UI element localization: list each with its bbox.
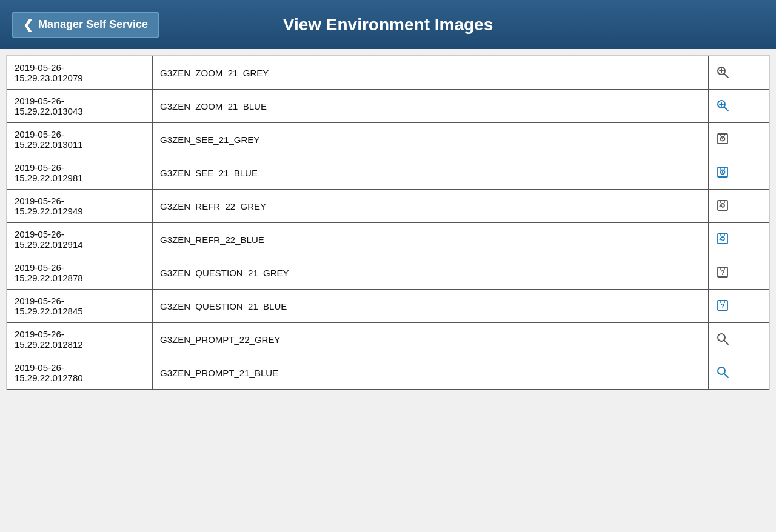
svg-point-15	[722, 171, 723, 172]
table-row: 2019-05-26- 15.29.22.013011G3ZEN_SEE_21_…	[7, 123, 769, 156]
date-cell: 2019-05-26- 15.29.22.012981	[7, 156, 153, 190]
date-cell: 2019-05-26- 15.29.22.012812	[7, 323, 153, 356]
image-name-cell: G3ZEN_REFR_22_GREY	[153, 190, 709, 223]
icon-cell[interactable]	[709, 323, 769, 356]
main-content: 2019-05-26- 15.29.23.012079G3ZEN_ZOOM_21…	[6, 55, 770, 390]
date-cell: 2019-05-26- 15.29.22.012914	[7, 223, 153, 256]
image-name-cell: G3ZEN_PROMPT_22_GREY	[153, 323, 709, 356]
svg-text:?: ?	[721, 269, 725, 276]
table-row: 2019-05-26- 15.29.23.012079G3ZEN_ZOOM_21…	[7, 56, 769, 90]
svg-line-33	[724, 341, 728, 344]
page-title: View Environment Images	[283, 15, 493, 35]
date-cell: 2019-05-26- 15.29.23.012079	[7, 56, 153, 90]
table-row: 2019-05-26- 15.29.22.012812G3ZEN_PROMPT_…	[7, 323, 769, 356]
image-name-cell: G3ZEN_ZOOM_21_GREY	[153, 56, 709, 90]
chevron-left-icon: ❮	[23, 18, 33, 32]
back-button[interactable]: ❮ Manager Self Service	[12, 12, 159, 38]
icon-cell[interactable]	[709, 90, 769, 123]
date-cell: 2019-05-26- 15.29.22.012780	[7, 356, 153, 390]
svg-point-32	[718, 334, 725, 341]
date-cell: 2019-05-26- 15.29.22.012878	[7, 256, 153, 290]
image-name-cell: G3ZEN_SEE_21_BLUE	[153, 156, 709, 190]
table-row: 2019-05-26- 15.29.22.012981G3ZEN_SEE_21_…	[7, 156, 769, 190]
image-name-cell: G3ZEN_ZOOM_21_BLUE	[153, 90, 709, 123]
app-header: ❮ Manager Self Service View Environment …	[0, 0, 776, 49]
icon-cell[interactable]	[709, 56, 769, 90]
svg-point-10	[722, 138, 723, 139]
table-row: 2019-05-26- 15.29.22.012845G3ZEN_QUESTIO…	[7, 290, 769, 323]
table-row: 2019-05-26- 15.29.22.012914G3ZEN_REFR_22…	[7, 223, 769, 256]
svg-line-1	[724, 74, 728, 78]
table-row: 2019-05-26- 15.29.22.013043G3ZEN_ZOOM_21…	[7, 90, 769, 123]
image-name-cell: G3ZEN_PROMPT_21_BLUE	[153, 356, 709, 390]
svg-point-34	[718, 367, 725, 374]
image-name-cell: G3ZEN_REFR_22_BLUE	[153, 223, 709, 256]
icon-cell[interactable]	[709, 190, 769, 223]
svg-text:?: ?	[721, 302, 725, 310]
svg-rect-18	[718, 201, 728, 210]
image-name-cell: G3ZEN_QUESTION_21_BLUE	[153, 290, 709, 323]
image-name-cell: G3ZEN_QUESTION_21_GREY	[153, 256, 709, 290]
svg-rect-21	[718, 234, 728, 244]
date-cell: 2019-05-26- 15.29.22.012845	[7, 290, 153, 323]
image-name-cell: G3ZEN_SEE_21_GREY	[153, 123, 709, 156]
back-label: Manager Self Service	[38, 18, 148, 31]
icon-cell[interactable]	[709, 123, 769, 156]
images-table: 2019-05-26- 15.29.23.012079G3ZEN_ZOOM_21…	[7, 56, 769, 390]
date-cell: 2019-05-26- 15.29.22.013011	[7, 123, 153, 156]
icon-cell[interactable]	[709, 356, 769, 390]
table-row: 2019-05-26- 15.29.22.012878G3ZEN_QUESTIO…	[7, 256, 769, 290]
table-row: 2019-05-26- 15.29.22.012780G3ZEN_PROMPT_…	[7, 356, 769, 390]
svg-line-5	[724, 107, 728, 111]
icon-cell[interactable]	[709, 156, 769, 190]
svg-line-35	[724, 374, 728, 377]
table-row: 2019-05-26- 15.29.22.012949G3ZEN_REFR_22…	[7, 190, 769, 223]
date-cell: 2019-05-26- 15.29.22.012949	[7, 190, 153, 223]
icon-cell[interactable]: ?	[709, 256, 769, 290]
icon-cell[interactable]: ?	[709, 290, 769, 323]
icon-cell[interactable]	[709, 223, 769, 256]
date-cell: 2019-05-26- 15.29.22.013043	[7, 90, 153, 123]
